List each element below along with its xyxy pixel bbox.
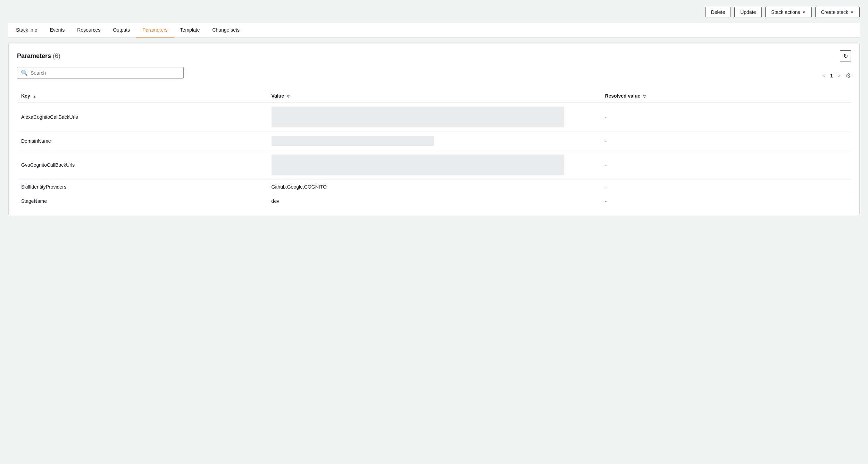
refresh-button[interactable]: ↻ [840,50,851,61]
refresh-icon: ↻ [843,53,848,59]
tab-parameters[interactable]: Parameters [136,23,174,38]
column-header-key[interactable]: Key ▲ [17,90,267,102]
sort-desc-icon: ▽ [287,94,290,98]
cell-value: Github,Google,COGNITO [267,180,601,194]
search-pagination-row: 🔍 < 1 > ⚙ [17,67,851,84]
redacted-value-block [272,107,564,127]
next-page-button[interactable]: > [836,72,843,79]
tab-stack-info[interactable]: Stack info [10,23,43,38]
redacted-value-block [272,136,434,146]
table-row: AlexaCognitoCallBackUrls- [17,102,851,132]
parameters-content-area: Parameters (6) ↻ 🔍 < 1 > ⚙ [8,43,860,215]
cell-value [267,132,601,150]
tab-template[interactable]: Template [174,23,206,38]
stack-actions-button[interactable]: Stack actions ▼ [765,7,811,17]
cell-resolved-value: - [601,180,851,194]
search-input[interactable] [31,70,180,76]
table-row: SkillIdentityProvidersGithub,Google,COGN… [17,180,851,194]
pagination: < 1 > ⚙ [820,72,851,80]
cell-key: StageName [17,194,267,208]
column-header-resolved-value[interactable]: Resolved value ▽ [601,90,851,102]
sort-asc-icon: ▲ [33,94,36,98]
tab-events[interactable]: Events [43,23,71,38]
tab-resources[interactable]: Resources [71,23,107,38]
search-icon: 🔍 [21,69,28,76]
cell-resolved-value: - [601,194,851,208]
table-header-row: Key ▲ Value ▽ Resolved value ▽ [17,90,851,102]
delete-button[interactable]: Delete [705,7,731,17]
tabs-container: Stack info Events Resources Outputs Para… [8,23,860,38]
cell-key: SkillIdentityProviders [17,180,267,194]
redacted-value-block [272,155,564,175]
cell-value: dev [267,194,601,208]
top-toolbar: Delete Update Stack actions ▼ Create sta… [8,7,860,17]
chevron-down-icon: ▼ [850,10,854,14]
section-header: Parameters (6) ↻ [17,50,851,61]
cell-resolved-value: - [601,150,851,180]
table-row: DomainName- [17,132,851,150]
section-title: Parameters (6) [17,52,60,60]
chevron-down-icon: ▼ [802,10,806,14]
page-number: 1 [830,73,833,78]
column-header-value[interactable]: Value ▽ [267,90,601,102]
table-row: StageNamedev- [17,194,851,208]
table-settings-icon[interactable]: ⚙ [845,72,851,80]
cell-value [267,150,601,180]
cell-resolved-value: - [601,132,851,150]
page-wrapper: Delete Update Stack actions ▼ Create sta… [0,0,868,222]
update-button[interactable]: Update [734,7,762,17]
cell-key: GvaCognitoCallBackUrls [17,150,267,180]
tab-change-sets[interactable]: Change sets [206,23,246,38]
create-stack-button[interactable]: Create stack ▼ [815,7,860,17]
cell-resolved-value: - [601,102,851,132]
parameters-table: Key ▲ Value ▽ Resolved value ▽ AlexaCogn… [17,90,851,208]
tab-outputs[interactable]: Outputs [107,23,136,38]
cell-value [267,102,601,132]
prev-page-button[interactable]: < [820,72,827,79]
cell-key: DomainName [17,132,267,150]
table-row: GvaCognitoCallBackUrls- [17,150,851,180]
cell-key: AlexaCognitoCallBackUrls [17,102,267,132]
sort-desc-icon: ▽ [643,94,646,98]
search-bar[interactable]: 🔍 [17,67,184,78]
